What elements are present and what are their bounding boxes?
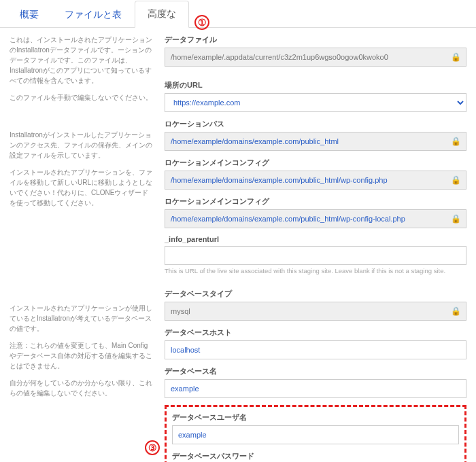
tab-files[interactable]: ファイルと表 [52, 1, 135, 28]
field-dbname: データベース名 [165, 366, 466, 398]
field-dbpass: データベースパスワード [172, 451, 459, 462]
field-location-main1: ロケーションメインコンフィグ 🔒 [165, 158, 466, 190]
input-location-main2 [165, 209, 466, 228]
input-dbtype [165, 302, 466, 321]
helper-parenturl: This is URL of the live site associated … [165, 266, 466, 275]
input-dbname[interactable] [165, 379, 466, 398]
label-dbuser: データベースユーザ名 [172, 412, 459, 423]
label-location-path: ロケーションパス [165, 119, 466, 129]
lock-icon: 🔒 [451, 214, 461, 224]
label-location-main1: ロケーションメインコンフィグ [165, 158, 466, 168]
label-location-main2: ロケーションメインコンフィグ [165, 196, 466, 207]
sidebar-text: このファイルを手動で編集しないでください。 [10, 92, 152, 103]
annotation-box-credentials: ③ データベースユーザ名 データベースパスワード [165, 405, 466, 462]
field-location-main2: ロケーションメインコンフィグ 🔒 [165, 196, 466, 228]
field-parenturl: _info_parenturl This is URL of the live … [165, 235, 466, 275]
label-dbtype: データベースタイプ [165, 289, 466, 299]
main-form: データファイル 🔒 場所のURL https://example.com ロケー… [165, 35, 466, 462]
sidebar-text: Installatronがインストールしたアプリケーションのアクセス先、ファイル… [10, 130, 152, 160]
input-dbhost[interactable] [165, 340, 466, 359]
field-datafile: データファイル 🔒 [165, 35, 466, 67]
sidebar-block-1: これは、インストールされたアプリケーションのInstallatronデータファイ… [10, 35, 152, 103]
lock-icon: 🔒 [451, 137, 461, 146]
input-location-main1 [165, 171, 466, 190]
label-dbpass: データベースパスワード [172, 451, 459, 461]
tab-bar: 概要 ファイルと表 高度な ① [0, 0, 476, 28]
sidebar: これは、インストールされたアプリケーションのInstallatronデータファイ… [10, 35, 152, 462]
field-dbtype: データベースタイプ 🔒 [165, 289, 466, 321]
label-parenturl: _info_parenturl [165, 235, 466, 243]
content-area: これは、インストールされたアプリケーションのInstallatronデータファイ… [0, 28, 476, 462]
lock-icon: 🔒 [451, 175, 461, 185]
input-parenturl[interactable] [165, 246, 466, 265]
label-dbhost: データベースホスト [165, 327, 466, 338]
annotation-1: ① [194, 15, 209, 30]
sidebar-text: 自分が何をしているのか分からない限り、これらの値を編集しないでください。 [10, 378, 152, 398]
field-location-path: ロケーションパス 🔒 [165, 119, 466, 151]
label-datafile: データファイル [165, 35, 466, 45]
input-dbuser[interactable] [172, 425, 459, 444]
sidebar-text: 注意：これらの値を変更しても、Main Configやデータベース自体の対応する… [10, 340, 152, 371]
sidebar-text: インストールされたアプリケーションを、ファイルを移動して新しいURLに移動しよう… [10, 167, 152, 208]
lock-icon: 🔒 [451, 52, 461, 62]
input-location-path [165, 132, 466, 151]
tab-overview[interactable]: 概要 [7, 1, 52, 28]
select-url[interactable]: https://example.com [165, 93, 466, 112]
sidebar-block-3: インストールされたアプリケーションが使用しているとInstallatronが考え… [10, 303, 152, 398]
label-dbname: データベース名 [165, 366, 466, 376]
field-dbuser: データベースユーザ名 [172, 412, 459, 444]
field-dbhost: データベースホスト [165, 327, 466, 359]
sidebar-text: これは、インストールされたアプリケーションのInstallatronデータファイ… [10, 35, 152, 86]
field-url: 場所のURL https://example.com [165, 80, 466, 112]
tab-advanced[interactable]: 高度な [135, 1, 189, 28]
input-datafile [165, 48, 466, 67]
sidebar-block-2: Installatronがインストールしたアプリケーションのアクセス先、ファイル… [10, 130, 152, 208]
annotation-3: ③ [145, 440, 160, 455]
sidebar-text: インストールされたアプリケーションが使用しているとInstallatronが考え… [10, 303, 152, 334]
label-url: 場所のURL [165, 80, 466, 90]
lock-icon: 🔒 [451, 306, 461, 316]
